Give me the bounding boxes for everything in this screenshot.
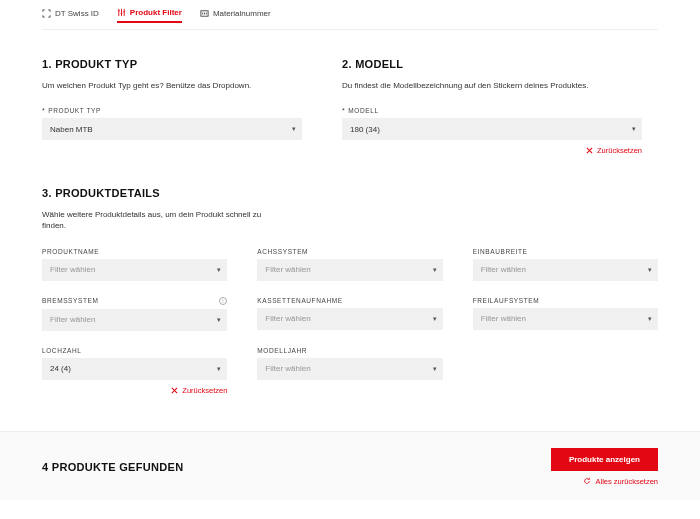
filter-icon <box>117 8 126 17</box>
tab-label: DT Swiss ID <box>55 9 99 18</box>
chevron-down-icon: ▾ <box>632 125 636 133</box>
section-desc: Du findest die Modellbezeichnung auf den… <box>342 80 642 91</box>
section-modell: 2. MODELL Du findest die Modellbezeichnu… <box>342 58 642 155</box>
field-label-lochzahl: LOCHZAHL <box>42 347 227 354</box>
results-count: 4 PRODUKTE GEFUNDEN <box>42 461 183 473</box>
reset-label: Zurücksetzen <box>182 386 227 395</box>
select-einbaubreite[interactable]: Filter wählen▾ <box>473 259 658 281</box>
select-achssystem[interactable]: Filter wählen▾ <box>257 259 442 281</box>
section-produkt-typ: 1. PRODUKT TYP Um welchen Produkt Typ ge… <box>42 58 302 155</box>
select-value: 180 (34) <box>350 125 380 134</box>
field-label-bremssystem: BREMSSYSTEMi <box>42 297 227 305</box>
section-desc: Um welchen Produkt Typ geht es? Benütze … <box>42 80 302 91</box>
section-produktdetails: 3. PRODUKTDETAILS Wähle weitere Produktd… <box>42 187 658 394</box>
field-label-kassettenaufnahme: KASSETTENAUFNAHME <box>257 297 442 304</box>
tab-bar: DT Swiss ID Produkt Filter Materialnumme… <box>42 0 658 30</box>
reset-all-button[interactable]: Alles zurücksetzen <box>583 477 658 486</box>
field-label-modelljahr: MODELLJAHR <box>257 347 442 354</box>
tab-label: Materialnummer <box>213 9 271 18</box>
chevron-down-icon: ▾ <box>292 125 296 133</box>
footer-bar: 4 PRODUKTE GEFUNDEN Produkte anzeigen Al… <box>0 431 700 500</box>
scan-icon <box>42 9 51 18</box>
section-heading: 3. PRODUKTDETAILS <box>42 187 658 199</box>
select-modelljahr[interactable]: Filter wählen▾ <box>257 358 442 380</box>
chevron-down-icon: ▾ <box>433 266 437 274</box>
select-freilaufsystem[interactable]: Filter wählen▾ <box>473 308 658 330</box>
field-label-freilaufsystem: FREILAUFSYSTEM <box>473 297 658 304</box>
select-bremssystem[interactable]: Filter wählen▾ <box>42 309 227 331</box>
select-lochzahl[interactable]: 24 (4)▾ <box>42 358 227 380</box>
chevron-down-icon: ▾ <box>433 365 437 373</box>
section-heading: 1. PRODUKT TYP <box>42 58 302 70</box>
chevron-down-icon: ▾ <box>217 266 221 274</box>
tab-materialnummer[interactable]: Materialnummer <box>200 8 271 23</box>
section-desc: Wähle weitere Produktdetails aus, um dei… <box>42 209 282 231</box>
refresh-icon <box>583 477 591 485</box>
field-label-einbaubreite: EINBAUBREITE <box>473 248 658 255</box>
tab-dtswiss-id[interactable]: DT Swiss ID <box>42 8 99 23</box>
tab-label: Produkt Filter <box>130 8 182 17</box>
select-modell[interactable]: 180 (34) ▾ <box>342 118 642 140</box>
chevron-down-icon: ▾ <box>648 315 652 323</box>
chevron-down-icon: ▾ <box>217 316 221 324</box>
field-label-produkt-typ: *PRODUKT TYP <box>42 107 302 114</box>
number-icon <box>200 9 209 18</box>
close-icon <box>586 147 593 154</box>
select-value: Naben MTB <box>50 125 93 134</box>
chevron-down-icon: ▾ <box>433 315 437 323</box>
tab-produkt-filter[interactable]: Produkt Filter <box>117 8 182 23</box>
reset-all-label: Alles zurücksetzen <box>595 477 658 486</box>
show-products-button[interactable]: Produkte anzeigen <box>551 448 658 471</box>
select-produktname[interactable]: Filter wählen▾ <box>42 259 227 281</box>
field-label-modell: *MODELL <box>342 107 642 114</box>
section-heading: 2. MODELL <box>342 58 642 70</box>
chevron-down-icon: ▾ <box>648 266 652 274</box>
reset-lochzahl-button[interactable]: Zurücksetzen <box>42 386 227 395</box>
select-produkt-typ[interactable]: Naben MTB ▾ <box>42 118 302 140</box>
select-kassettenaufnahme[interactable]: Filter wählen▾ <box>257 308 442 330</box>
info-icon[interactable]: i <box>219 297 227 305</box>
reset-label: Zurücksetzen <box>597 146 642 155</box>
close-icon <box>171 387 178 394</box>
chevron-down-icon: ▾ <box>217 365 221 373</box>
field-label-produktname: PRODUKTNAME <box>42 248 227 255</box>
field-label-achssystem: ACHSSYSTEM <box>257 248 442 255</box>
reset-modell-button[interactable]: Zurücksetzen <box>342 146 642 155</box>
